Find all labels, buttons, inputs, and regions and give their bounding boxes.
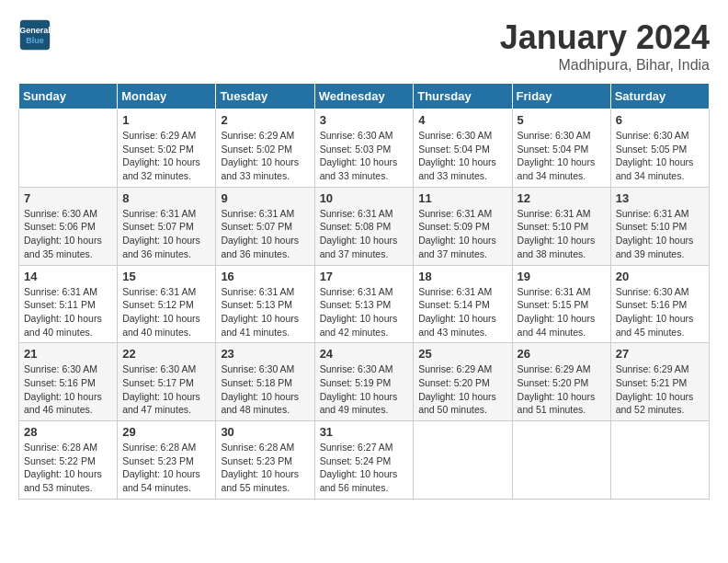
calendar-cell: 10Sunrise: 6:31 AMSunset: 5:08 PMDayligh…: [314, 187, 414, 265]
day-info: Sunrise: 6:31 AMSunset: 5:07 PMDaylight:…: [221, 207, 309, 261]
calendar-cell: 31Sunrise: 6:27 AMSunset: 5:24 PMDayligh…: [314, 421, 414, 500]
calendar-week-5: 28Sunrise: 6:28 AMSunset: 5:22 PMDayligh…: [19, 421, 710, 500]
weekday-header-thursday: Thursday: [414, 84, 512, 109]
day-info: Sunrise: 6:27 AMSunset: 5:24 PMDaylight:…: [320, 441, 409, 495]
title-section: January 2024 Madhipura, Bihar, India: [500, 18, 710, 74]
day-info: Sunrise: 6:29 AMSunset: 5:21 PMDaylight:…: [616, 362, 704, 417]
calendar-cell: 3Sunrise: 6:30 AMSunset: 5:03 PMDaylight…: [314, 109, 414, 188]
calendar-week-4: 21Sunrise: 6:30 AMSunset: 5:16 PMDayligh…: [19, 343, 710, 421]
calendar-cell: 1Sunrise: 6:29 AMSunset: 5:02 PMDaylight…: [118, 109, 216, 188]
calendar-cell: 9Sunrise: 6:31 AMSunset: 5:07 PMDaylight…: [216, 187, 314, 265]
calendar-week-1: 1Sunrise: 6:29 AMSunset: 5:02 PMDaylight…: [19, 109, 710, 188]
day-number: 16: [221, 270, 309, 283]
calendar-cell: 6Sunrise: 6:30 AMSunset: 5:05 PMDaylight…: [610, 109, 709, 188]
day-number: 5: [518, 113, 606, 127]
day-info: Sunrise: 6:30 AMSunset: 5:16 PMDaylight:…: [616, 285, 704, 339]
day-number: 31: [320, 425, 409, 439]
day-number: 9: [221, 191, 309, 205]
header: General Blue January 2024 Madhipura, Bih…: [18, 18, 710, 74]
day-info: Sunrise: 6:30 AMSunset: 5:16 PMDaylight:…: [24, 362, 112, 417]
day-number: 12: [518, 191, 606, 205]
day-number: 24: [320, 347, 409, 361]
calendar-cell: 13Sunrise: 6:31 AMSunset: 5:10 PMDayligh…: [610, 187, 709, 265]
day-info: Sunrise: 6:28 AMSunset: 5:23 PMDaylight:…: [221, 441, 309, 495]
day-number: 30: [221, 425, 309, 439]
calendar-cell: 11Sunrise: 6:31 AMSunset: 5:09 PMDayligh…: [414, 187, 512, 265]
svg-text:General: General: [19, 26, 51, 35]
calendar-week-3: 14Sunrise: 6:31 AMSunset: 5:11 PMDayligh…: [19, 265, 710, 343]
day-info: Sunrise: 6:31 AMSunset: 5:13 PMDaylight:…: [320, 285, 409, 339]
day-number: 18: [418, 270, 506, 283]
day-info: Sunrise: 6:31 AMSunset: 5:13 PMDaylight:…: [221, 285, 309, 339]
calendar-cell: 16Sunrise: 6:31 AMSunset: 5:13 PMDayligh…: [216, 265, 314, 343]
calendar-cell: 24Sunrise: 6:30 AMSunset: 5:19 PMDayligh…: [314, 343, 414, 421]
day-number: 20: [616, 270, 704, 283]
weekday-header-row: SundayMondayTuesdayWednesdayThursdayFrid…: [19, 84, 710, 109]
day-number: 7: [24, 191, 112, 205]
calendar-week-2: 7Sunrise: 6:30 AMSunset: 5:06 PMDaylight…: [19, 187, 710, 265]
calendar-cell: [512, 421, 610, 500]
calendar-cell: 28Sunrise: 6:28 AMSunset: 5:22 PMDayligh…: [19, 421, 118, 500]
day-number: 10: [320, 191, 409, 205]
location-title: Madhipura, Bihar, India: [500, 57, 710, 74]
day-number: 15: [122, 270, 210, 283]
calendar-cell: 7Sunrise: 6:30 AMSunset: 5:06 PMDaylight…: [19, 187, 118, 265]
day-number: 13: [616, 191, 704, 205]
day-info: Sunrise: 6:31 AMSunset: 5:07 PMDaylight:…: [122, 207, 210, 261]
calendar-cell: [610, 421, 709, 500]
svg-text:Blue: Blue: [26, 36, 44, 45]
weekday-header-monday: Monday: [118, 84, 216, 109]
logo-icon: General Blue: [18, 18, 51, 52]
calendar-cell: [19, 109, 118, 188]
day-info: Sunrise: 6:30 AMSunset: 5:06 PMDaylight:…: [24, 207, 112, 261]
day-info: Sunrise: 6:29 AMSunset: 5:20 PMDaylight:…: [418, 362, 506, 417]
day-info: Sunrise: 6:28 AMSunset: 5:23 PMDaylight:…: [122, 441, 210, 495]
calendar-cell: 14Sunrise: 6:31 AMSunset: 5:11 PMDayligh…: [19, 265, 118, 343]
day-info: Sunrise: 6:29 AMSunset: 5:02 PMDaylight:…: [122, 129, 210, 183]
day-info: Sunrise: 6:31 AMSunset: 5:10 PMDaylight:…: [518, 207, 606, 261]
day-info: Sunrise: 6:30 AMSunset: 5:19 PMDaylight:…: [320, 362, 409, 417]
day-number: 23: [221, 347, 309, 361]
day-number: 4: [418, 113, 506, 127]
day-number: 11: [418, 191, 506, 205]
day-number: 29: [122, 425, 210, 439]
calendar-cell: [414, 421, 512, 500]
day-info: Sunrise: 6:30 AMSunset: 5:17 PMDaylight:…: [122, 362, 210, 417]
weekday-header-friday: Friday: [512, 84, 610, 109]
day-number: 1: [122, 113, 210, 127]
day-number: 21: [24, 347, 112, 361]
calendar-cell: 19Sunrise: 6:31 AMSunset: 5:15 PMDayligh…: [512, 265, 610, 343]
calendar-cell: 26Sunrise: 6:29 AMSunset: 5:20 PMDayligh…: [512, 343, 610, 421]
weekday-header-sunday: Sunday: [19, 84, 118, 109]
weekday-header-tuesday: Tuesday: [216, 84, 314, 109]
day-info: Sunrise: 6:31 AMSunset: 5:08 PMDaylight:…: [320, 207, 409, 261]
weekday-header-wednesday: Wednesday: [314, 84, 414, 109]
day-info: Sunrise: 6:28 AMSunset: 5:22 PMDaylight:…: [24, 441, 112, 495]
day-number: 14: [24, 270, 112, 283]
calendar-cell: 8Sunrise: 6:31 AMSunset: 5:07 PMDaylight…: [118, 187, 216, 265]
day-info: Sunrise: 6:30 AMSunset: 5:18 PMDaylight:…: [221, 362, 309, 417]
day-number: 19: [518, 270, 606, 283]
day-info: Sunrise: 6:30 AMSunset: 5:03 PMDaylight:…: [320, 129, 409, 183]
calendar-cell: 18Sunrise: 6:31 AMSunset: 5:14 PMDayligh…: [414, 265, 512, 343]
calendar-cell: 21Sunrise: 6:30 AMSunset: 5:16 PMDayligh…: [19, 343, 118, 421]
logo: General Blue: [18, 18, 51, 52]
calendar-cell: 5Sunrise: 6:30 AMSunset: 5:04 PMDaylight…: [512, 109, 610, 188]
calendar-cell: 22Sunrise: 6:30 AMSunset: 5:17 PMDayligh…: [118, 343, 216, 421]
calendar-cell: 2Sunrise: 6:29 AMSunset: 5:02 PMDaylight…: [216, 109, 314, 188]
calendar-cell: 23Sunrise: 6:30 AMSunset: 5:18 PMDayligh…: [216, 343, 314, 421]
calendar-cell: 15Sunrise: 6:31 AMSunset: 5:12 PMDayligh…: [118, 265, 216, 343]
calendar-cell: 12Sunrise: 6:31 AMSunset: 5:10 PMDayligh…: [512, 187, 610, 265]
day-info: Sunrise: 6:31 AMSunset: 5:09 PMDaylight:…: [418, 207, 506, 261]
day-number: 3: [320, 113, 409, 127]
day-number: 2: [221, 113, 309, 127]
day-number: 26: [518, 347, 606, 361]
calendar-cell: 27Sunrise: 6:29 AMSunset: 5:21 PMDayligh…: [610, 343, 709, 421]
day-info: Sunrise: 6:30 AMSunset: 5:04 PMDaylight:…: [518, 129, 606, 183]
day-number: 28: [24, 425, 112, 439]
day-info: Sunrise: 6:30 AMSunset: 5:04 PMDaylight:…: [418, 129, 506, 183]
day-info: Sunrise: 6:30 AMSunset: 5:05 PMDaylight:…: [616, 129, 704, 183]
day-number: 6: [616, 113, 704, 127]
calendar-cell: 29Sunrise: 6:28 AMSunset: 5:23 PMDayligh…: [118, 421, 216, 500]
day-number: 27: [616, 347, 704, 361]
